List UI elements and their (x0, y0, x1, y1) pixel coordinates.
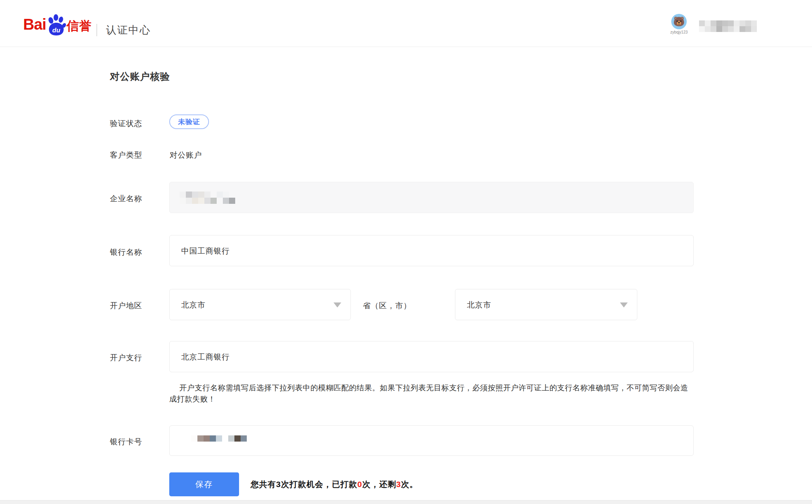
logo-text-xinyu: 信誉 (66, 17, 92, 35)
branch-value: 北京工商银行 (181, 341, 230, 373)
customer-type-label: 客户类型 (110, 150, 142, 160)
city-select[interactable]: 北京市 (455, 289, 637, 320)
bank-name-label: 银行名称 (110, 247, 142, 257)
attempts-used: 0 (357, 480, 362, 489)
card-number-label: 银行卡号 (110, 437, 142, 447)
header: Bai du 信誉 认证中心 🐻 zybqjy123 (0, 0, 812, 47)
company-name-input (169, 182, 694, 213)
branch-label: 开户支行 (110, 353, 142, 363)
attempts-total: 3 (276, 480, 281, 489)
status-label: 验证状态 (110, 118, 142, 129)
customer-type-value: 对公账户 (170, 150, 202, 160)
province-select[interactable]: 北京市 (169, 289, 351, 320)
account-verification-page: Bai du 信誉 认证中心 🐻 zybqjy123 对公账户核验 验证状态 未… (0, 0, 812, 504)
attempts-remaining: 3 (396, 480, 401, 489)
attempts-text: 您共有 (251, 480, 276, 489)
bank-name-input[interactable]: 中国工商银行 (169, 235, 694, 266)
user-avatar-caption: zybqjy123 (667, 30, 691, 34)
user-avatar-block[interactable]: 🐻 zybqjy123 (667, 14, 691, 34)
logo-text-bai: Bai (23, 14, 46, 35)
province-select-value: 北京市 (181, 289, 206, 321)
attempts-text: 次，还剩 (362, 480, 396, 489)
baidu-xinyu-logo[interactable]: Bai du 信誉 (23, 14, 92, 35)
branch-help-text: 开户支行名称需填写后选择下拉列表中的模糊匹配的结果。如果下拉列表无目标支行，必须… (169, 382, 694, 405)
region-middle-label: 省（区，市） (363, 301, 411, 311)
company-name-label: 企业名称 (110, 193, 142, 204)
city-select-value: 北京市 (467, 289, 491, 321)
user-avatar[interactable]: 🐻 (671, 14, 687, 29)
page-bottom-strip (0, 500, 812, 504)
redacted-username (699, 20, 757, 32)
region-label: 开户地区 (110, 301, 142, 311)
redacted-card-number (191, 435, 247, 442)
svg-text:du: du (52, 27, 61, 34)
branch-input[interactable]: 北京工商银行 (169, 341, 694, 372)
save-button[interactable]: 保存 (169, 472, 239, 496)
bank-name-value: 中国工商银行 (181, 235, 230, 267)
page-title: 对公账户核验 (110, 70, 170, 83)
chevron-down-icon (334, 302, 341, 307)
card-number-input[interactable] (169, 425, 694, 456)
header-divider (96, 24, 97, 36)
payment-attempts-message: 您共有3次打款机会，已打款0次，还剩3次。 (251, 479, 418, 490)
chevron-down-icon (620, 302, 628, 307)
attempts-text: 次。 (401, 480, 418, 489)
redacted-company-name (180, 192, 235, 204)
baidu-paw-icon: du (47, 14, 66, 36)
attempts-text: 次打款机会，已打款 (281, 480, 357, 489)
status-badge: 未验证 (169, 114, 209, 129)
site-title: 认证中心 (106, 23, 151, 37)
